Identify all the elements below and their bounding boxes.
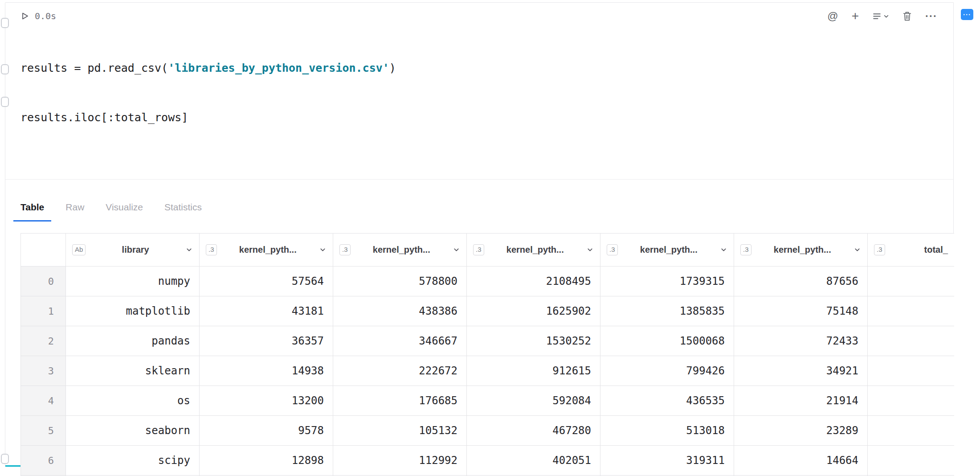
tab-statistics[interactable]: Statistics bbox=[164, 202, 202, 222]
tab-visualize[interactable]: Visualize bbox=[106, 202, 143, 222]
table-cell: 1385835 bbox=[600, 296, 734, 326]
table-cell: sklearn bbox=[66, 356, 200, 386]
column-type-badge: .3 bbox=[473, 244, 484, 255]
index-column-header bbox=[21, 234, 66, 266]
column-type-badge: .3 bbox=[740, 244, 751, 255]
table-cell: 75148 bbox=[734, 296, 868, 326]
column-type-badge: .3 bbox=[874, 244, 885, 255]
table-cell bbox=[868, 416, 954, 445]
table-body: 0 numpy 57564 578800 2108495 1739315 876… bbox=[21, 267, 954, 476]
table-cell: 912615 bbox=[467, 356, 600, 386]
column-header[interactable]: .3 kernel_pyth... bbox=[734, 234, 868, 266]
column-label: kernel_pyth... bbox=[751, 245, 853, 255]
table-row: 0 numpy 57564 578800 2108495 1739315 876… bbox=[21, 267, 954, 296]
tab-table[interactable]: Table bbox=[20, 202, 44, 222]
tab-raw[interactable]: Raw bbox=[65, 202, 84, 222]
mention-button[interactable]: @ bbox=[827, 11, 838, 21]
block-handle-icon[interactable] bbox=[1, 454, 9, 464]
table-cell: seaborn bbox=[66, 416, 200, 445]
block-handle-icon[interactable] bbox=[1, 64, 9, 74]
column-header[interactable]: .3 kernel_pyth... bbox=[600, 234, 734, 266]
code-editor[interactable]: results = pd.read_csv('libraries_by_pyth… bbox=[20, 27, 953, 159]
output-panel: Table Raw Visualize Statistics Ab librar… bbox=[5, 179, 953, 476]
play-icon bbox=[20, 12, 29, 21]
table-row: 6 scipy 12898 112992 402051 319311 14664 bbox=[21, 446, 954, 476]
chevron-down-icon bbox=[453, 246, 460, 254]
notebook-cell: 0.0s @ + ··· results = pd.read_csv('libr… bbox=[5, 2, 954, 467]
table-cell: 12898 bbox=[200, 446, 333, 475]
table-cell: 14664 bbox=[734, 446, 868, 475]
dataframe-table: Ab library .3 kernel_pyth... .3 kernel_p… bbox=[20, 233, 954, 476]
column-header[interactable]: .3 kernel_pyth... bbox=[333, 234, 467, 266]
chevron-down-icon bbox=[185, 246, 193, 254]
table-cell: numpy bbox=[66, 267, 200, 296]
table-cell: 14938 bbox=[200, 356, 333, 386]
block-handle-icon[interactable] bbox=[1, 18, 9, 28]
table-cell: 105132 bbox=[333, 416, 467, 445]
table-row: 3 sklearn 14938 222672 912615 799426 349… bbox=[21, 356, 954, 386]
table-cell: 319311 bbox=[600, 446, 734, 475]
table-cell: pandas bbox=[66, 326, 200, 356]
table-row: 4 os 13200 176685 592084 436535 21914 bbox=[21, 386, 954, 416]
table-row: 1 matplotlib 43181 438386 1625902 138583… bbox=[21, 296, 954, 326]
table-cell bbox=[868, 386, 954, 415]
table-cell: 578800 bbox=[333, 267, 467, 296]
table-cell: 513018 bbox=[600, 416, 734, 445]
column-header[interactable]: Ab library bbox=[66, 234, 200, 266]
table-header-row: Ab library .3 kernel_pyth... .3 kernel_p… bbox=[21, 234, 954, 267]
column-label: kernel_pyth... bbox=[618, 245, 720, 255]
table-cell: 112992 bbox=[333, 446, 467, 475]
column-type-badge: .3 bbox=[339, 244, 351, 255]
table-cell: 346667 bbox=[333, 326, 467, 356]
column-label: total_ bbox=[885, 245, 954, 255]
column-label: library bbox=[86, 245, 185, 255]
row-index: 1 bbox=[21, 296, 66, 326]
delete-block-button[interactable] bbox=[902, 11, 912, 21]
table-cell: 222672 bbox=[333, 356, 467, 386]
table-cell: 57564 bbox=[200, 267, 333, 296]
table-cell: scipy bbox=[66, 446, 200, 475]
column-header[interactable]: .3 kernel_pyth... bbox=[467, 234, 600, 266]
comment-indicator[interactable]: ··· bbox=[961, 9, 973, 20]
table-cell: 36357 bbox=[200, 326, 333, 356]
row-index: 2 bbox=[21, 326, 66, 356]
table-cell: 467280 bbox=[467, 416, 600, 445]
table-cell bbox=[868, 296, 954, 326]
row-index: 5 bbox=[21, 416, 66, 445]
comment-dots-icon: ··· bbox=[963, 11, 971, 18]
code-line: results.iloc[:total_rows] bbox=[20, 109, 953, 126]
block-type-button[interactable] bbox=[872, 12, 889, 21]
cell-toolbar: 0.0s @ + ··· bbox=[20, 10, 937, 22]
table-cell: 72433 bbox=[734, 326, 868, 356]
column-header[interactable]: .3 kernel_pyth... bbox=[200, 234, 333, 266]
row-index: 6 bbox=[21, 446, 66, 475]
table-cell: os bbox=[66, 386, 200, 415]
block-handle-icon[interactable] bbox=[1, 97, 9, 107]
column-type-badge: .3 bbox=[206, 244, 217, 255]
plus-icon: + bbox=[852, 10, 859, 22]
table-cell: 1500068 bbox=[600, 326, 734, 356]
table-cell: 9578 bbox=[200, 416, 333, 445]
column-header[interactable]: .3 total_ bbox=[868, 234, 954, 266]
table-cell bbox=[868, 267, 954, 296]
table-cell: 87656 bbox=[734, 267, 868, 296]
table-cell: 438386 bbox=[333, 296, 467, 326]
chevron-down-icon bbox=[586, 246, 594, 254]
chevron-down-icon bbox=[853, 246, 861, 254]
chevron-down-icon bbox=[319, 246, 327, 254]
run-button[interactable] bbox=[20, 12, 29, 21]
table-cell bbox=[868, 356, 954, 386]
more-icon: ··· bbox=[925, 11, 937, 21]
add-block-button[interactable]: + bbox=[852, 10, 859, 22]
column-label: kernel_pyth... bbox=[484, 245, 586, 255]
table-cell: 13200 bbox=[200, 386, 333, 415]
table-row: 2 pandas 36357 346667 1530252 1500068 72… bbox=[21, 326, 954, 356]
column-label: kernel_pyth... bbox=[351, 245, 453, 255]
column-type-badge: .3 bbox=[607, 244, 618, 255]
code-line: results = pd.read_csv('libraries_by_pyth… bbox=[20, 60, 953, 76]
block-type-icon bbox=[872, 12, 882, 21]
table-cell: 1530252 bbox=[467, 326, 600, 356]
string-literal: 'libraries_by_python_version.csv' bbox=[168, 62, 389, 74]
more-actions-button[interactable]: ··· bbox=[925, 11, 937, 21]
chevron-down-icon bbox=[720, 246, 727, 254]
